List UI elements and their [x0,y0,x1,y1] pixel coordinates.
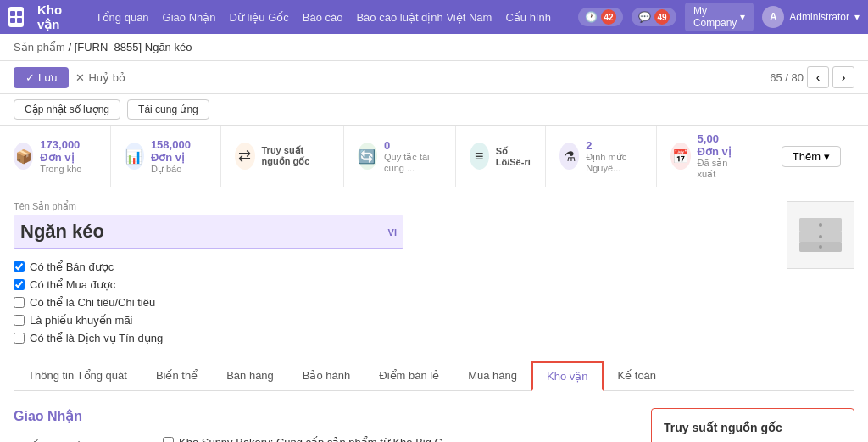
giao-nhan-title: Giao Nhận [14,408,617,424]
app-title: Kho vận [37,3,75,32]
svg-rect-3 [17,18,22,23]
nav-link-bao-cao[interactable]: Báo cáo [303,11,343,24]
stat-label-dinh-muc: Định mức Nguyê... [586,152,643,173]
giao-nhan-section: Giao Nhận Tuyến cung ứng Kho Sunny Baker… [14,408,617,442]
stat-label-trong-kho: Trong kho [40,164,96,174]
checkbox-chi-tieu[interactable]: Có thể là Chi tiêu/Chi tiêu [14,296,403,309]
tab-diem-ban-le[interactable]: Điểm bán lẻ [364,361,453,391]
truy-suat-section: Truy suất nguồn gốc Truy vết Theo Số sê-… [651,408,854,442]
tab-ke-toan[interactable]: Kế toán [604,361,671,391]
save-button[interactable]: ✓ Lưu [14,67,69,88]
stats-bar: 📦 173,000 Đơn vị Trong kho 📊 158,000 Đơn… [0,126,868,187]
prev-button[interactable]: ‹ [807,66,829,88]
svg-point-8 [819,223,822,227]
product-name-input[interactable] [14,215,403,249]
breadcrumb-current: [FURN_8855] Ngăn kéo [75,41,192,53]
stat-label-quy-tac: Quy tắc tái cung ... [384,152,442,173]
pagination-text: 65 / 80 [770,71,804,84]
tab-bao-hanh[interactable]: Bảo hành [288,361,364,391]
trace-icon: ⇄ [235,143,254,170]
tab-mua-hang[interactable]: Mua hàng [453,361,531,391]
tuyen-cung-ung-value: Kho Sunny Bakery: Cung cấp sản phẩm từ K… [163,436,617,442]
truy-suat-title: Truy suất nguồn gốc [664,421,842,434]
stat-du-bao[interactable]: 📊 158,000 Đơn vị Dự báo [111,126,222,187]
chat-icon: 💬 [638,11,651,23]
stat-value-du-bao: 158,000 Đơn vị [151,138,207,164]
checkbox-khuyen-mai[interactable]: Là phiếu khuyến mãi [14,314,403,327]
language-badge: VI [388,227,397,238]
main-content: Tên Sản phẩm VI Có thể Bán được Có thể M… [0,187,868,442]
tuyen-cung-ung-label: Tuyến cung ứng [14,436,149,442]
action-bar: ✓ Lưu ✕ Huỷ bỏ 65 / 80 ‹ › [0,61,868,94]
kho-van-tab-content: Giao Nhận Tuyến cung ứng Kho Sunny Baker… [14,391,854,442]
tuyen-cung-ung-row: Tuyến cung ứng Kho Sunny Bakery: Cung cấ… [14,436,617,442]
update-quantity-button[interactable]: Cập nhật số lượng [14,99,120,120]
svg-rect-0 [10,11,15,16]
forecast-icon: 📊 [125,143,144,170]
checkbox-ban-duoc[interactable]: Có thể Bán được [14,260,403,273]
chevron-down-icon: ▾ [854,11,860,23]
check-icon: ✓ [25,71,35,84]
chevron-down-icon: ▾ [740,11,745,23]
badge-count-1: 42 [601,9,616,25]
nav-link-du-lieu-goc[interactable]: Dữ liệu Gốc [230,11,289,24]
nav-link-cau-hinh[interactable]: Cấu hình [505,11,551,24]
reorder-button[interactable]: Tái cung ứng [127,99,209,120]
tab-kho-van[interactable]: Kho vận [531,361,603,391]
stat-value-da-san-xuat: 5,00 Đơn vị [698,132,740,158]
nav-link-bao-cao-luat-dinh[interactable]: Báo cáo luật định Việt Nam [356,11,492,24]
stat-truy-suat[interactable]: ⇄ Truy suất nguồn gốc [221,126,344,187]
checkbox-mua-duoc[interactable]: Có thể Mua được [14,278,403,291]
next-button[interactable]: › [832,66,854,88]
pagination: 65 / 80 ‹ › [770,66,854,88]
user-menu[interactable]: A Administrator ▾ [762,6,860,28]
breadcrumb-separator: / [68,41,74,53]
svg-point-10 [819,245,822,249]
nav-right: 🕐 42 💬 49 My Company ▾ A Administrator ▾ [578,3,860,31]
stat-value-quy-tac: 0 [384,139,442,152]
product-tabs: Thông tin Tổng quát Biến thể Bán hàng Bả… [14,361,854,391]
notification-badge-2[interactable]: 💬 49 [632,8,676,26]
company-selector[interactable]: My Company ▾ [685,3,754,31]
supply-option-0[interactable]: Kho Sunny Bakery: Cung cấp sản phẩm từ K… [163,436,617,442]
company-name: My Company [693,5,737,29]
stat-value-trong-kho: 173,000 Đơn vị [40,138,96,164]
stat-dinh-muc[interactable]: ⚗ 2 Định mức Nguyê... [546,126,657,187]
svg-rect-2 [10,18,15,23]
breadcrumb-products[interactable]: Sản phẩm [14,41,65,53]
stat-so-lo[interactable]: ≡ Số Lô/Sê-ri [456,126,546,187]
secondary-toolbar: Cập nhật số lượng Tái cung ứng [0,94,868,126]
tab-ban-hang[interactable]: Bán hàng [212,361,288,391]
stat-da-san-xuat[interactable]: 📅 5,00 Đơn vị Đã sản xuất [657,126,754,187]
tab-thong-tin[interactable]: Thông tin Tổng quát [14,361,142,391]
product-name-label: Tên Sản phẩm [14,201,403,212]
tab-bien-the[interactable]: Biến thể [142,361,212,391]
recipe-icon: ⚗ [559,143,579,170]
product-name-wrapper: VI [14,215,403,249]
stat-value-dinh-muc: 2 [586,139,643,152]
nav-link-giao-nhan[interactable]: Giao Nhận [163,11,216,24]
warehouse-icon: 📦 [14,143,33,170]
product-image[interactable] [787,201,854,269]
serial-icon: ≡ [470,143,489,170]
notification-badge-1[interactable]: 🕐 42 [578,8,623,26]
cancel-button[interactable]: ✕ Huỷ bỏ [75,71,125,84]
avatar: A [762,6,784,28]
product-checkboxes: Có thể Bán được Có thể Mua được Có thể l… [14,260,403,344]
produced-icon: 📅 [670,143,690,170]
nav-link-tong-quan[interactable]: Tổng quan [96,11,149,24]
checkbox-tin-dung[interactable]: Có thể là Dịch vụ Tín dụng [14,332,403,344]
breadcrumb: Sản phẩm / [FURN_8855] Ngăn kéo [0,34,868,61]
stat-trong-kho[interactable]: 📦 173,000 Đơn vị Trong kho [0,126,111,187]
chevron-down-icon: ▾ [824,150,830,163]
stat-quy-tac[interactable]: 🔄 0 Quy tắc tái cung ... [344,126,456,187]
supply-checkboxes: Kho Sunny Bakery: Cung cấp sản phẩm từ K… [163,436,617,442]
stat-value-truy-suat: Truy suất nguồn gốc [262,145,330,167]
stat-label-du-bao: Dự báo [151,164,207,175]
app-logo-icon [8,7,24,27]
clock-icon: 🕐 [585,11,598,23]
stat-label-da-san-xuat: Đã sản xuất [698,158,740,180]
user-name: Administrator [789,11,849,23]
svg-rect-1 [17,11,22,16]
them-button[interactable]: Thêm ▾ [782,146,841,167]
